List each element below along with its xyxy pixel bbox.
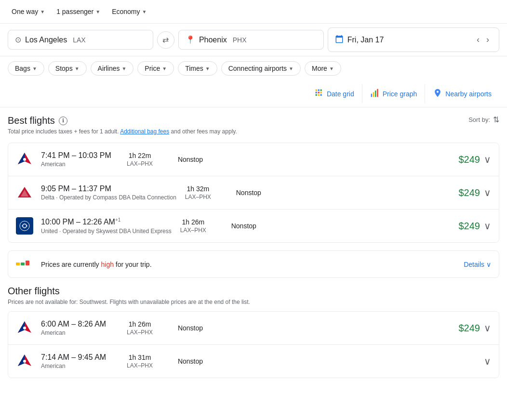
sort-icon[interactable]: ⇅: [493, 115, 499, 124]
airline-logo: [16, 217, 33, 235]
price-chevron: ▼: [162, 66, 167, 71]
flight-stops: Nonstop: [215, 222, 273, 230]
svg-rect-11: [375, 91, 376, 97]
info-icon[interactable]: ℹ: [59, 117, 67, 125]
price-graph-label: Price graph: [383, 90, 417, 98]
price-graph-button[interactable]: Price graph: [362, 84, 426, 103]
origin-field[interactable]: ⊙ Los Angeles LAX: [8, 30, 153, 50]
flight-price: $249 ∨: [459, 220, 492, 232]
date-grid-label: Date grid: [327, 90, 354, 98]
flight-stops: Nonstop: [161, 156, 219, 163]
svg-rect-0: [315, 90, 317, 91]
class-chevron: ▼: [142, 9, 147, 14]
flight-times: 6:00 AM – 8:26 AM American: [41, 320, 118, 336]
expand-icon[interactable]: ∨: [484, 355, 491, 367]
other-flights-container: 6:00 AM – 8:26 AM American 1h 26m LAX–PH…: [8, 311, 499, 378]
svg-rect-8: [320, 94, 321, 96]
flight-times: 7:14 AM – 9:45 AM American: [41, 353, 118, 369]
flight-stops: Nonstop: [220, 189, 278, 197]
price-alert-text: Prices are currently high for your trip.: [41, 261, 464, 268]
price-value: $249: [459, 221, 480, 232]
expand-icon[interactable]: ∨: [484, 322, 491, 334]
flight-price: ∨: [480, 355, 491, 367]
one-way-label: One way: [12, 8, 38, 15]
more-chevron: ▼: [329, 66, 334, 71]
flight-time-range: 7:41 PM – 10:03 PM: [41, 151, 118, 160]
other-flights-title: Other flights: [8, 286, 499, 297]
svg-rect-10: [373, 92, 374, 97]
bags-label: Bags: [15, 65, 30, 72]
times-chevron: ▼: [205, 66, 210, 71]
flight-duration: 1h 26m LAX–PHX: [118, 320, 161, 336]
class-selector[interactable]: Economy ▼: [108, 5, 150, 18]
nearby-airports-button[interactable]: Nearby airports: [425, 84, 499, 103]
svg-rect-5: [320, 92, 321, 93]
bags-filter[interactable]: Bags ▼: [8, 61, 44, 76]
date-field[interactable]: Fri, Jan 17 ‹ ›: [328, 27, 499, 52]
flight-airline: American: [41, 329, 118, 336]
price-graph-icon: [370, 88, 380, 99]
flight-row[interactable]: 10:00 PM – 12:26 AM+1 United · Operated …: [8, 210, 499, 242]
expand-icon[interactable]: ∨: [484, 187, 491, 198]
filter-bar: Bags ▼ Stops ▼ Airlines ▼ Price ▼ Times …: [0, 56, 507, 80]
bag-fees-link[interactable]: Additional bag fees: [120, 128, 169, 135]
svg-point-27: [23, 360, 26, 363]
flight-times: 9:05 PM – 11:37 PM Delta · Operated by C…: [41, 184, 176, 201]
price-label: Price: [145, 65, 160, 72]
stops-filter[interactable]: Stops ▼: [48, 61, 87, 76]
svg-rect-6: [315, 94, 317, 96]
flight-time-range: 10:00 PM – 12:26 AM+1: [41, 217, 172, 226]
best-flights-container: 7:41 PM – 10:03 PM American 1h 22m LAX–P…: [8, 143, 499, 243]
date-next-button[interactable]: ›: [483, 33, 492, 47]
airline-logo: [16, 319, 33, 337]
stops-label: Stops: [55, 65, 73, 72]
origin-icon: ⊙: [15, 35, 21, 44]
svg-rect-2: [320, 90, 321, 91]
main-content: Best flights ℹ Total price includes taxe…: [0, 107, 507, 394]
svg-rect-22: [21, 262, 25, 265]
svg-point-25: [23, 327, 26, 329]
flight-row[interactable]: 7:41 PM – 10:03 PM American 1h 22m LAX–P…: [8, 143, 499, 176]
svg-rect-21: [16, 262, 20, 265]
flight-times: 7:41 PM – 10:03 PM American: [41, 151, 118, 168]
price-filter[interactable]: Price ▼: [137, 61, 174, 76]
connecting-airports-label: Connecting airports: [228, 65, 287, 72]
more-label: More: [312, 65, 327, 72]
class-label: Economy: [112, 8, 140, 15]
price-alert-details-button[interactable]: Details ∨: [464, 261, 491, 268]
price-value: $249: [459, 154, 480, 165]
tools-bar: Date grid Price graph Nearby airports: [0, 80, 507, 107]
connecting-airports-filter[interactable]: Connecting airports ▼: [221, 61, 301, 76]
destination-code: PHX: [233, 36, 247, 44]
destination-field[interactable]: 📍 Phoenix PHX: [178, 30, 324, 50]
price-alert-icon: [16, 258, 35, 271]
date-prev-button[interactable]: ‹: [474, 33, 482, 47]
passengers-label: 1 passenger: [56, 8, 93, 15]
passengers-chevron: ▼: [95, 9, 100, 14]
flight-price: $249 ∨: [459, 187, 492, 198]
flight-duration: 1h 22m LAX–PHX: [118, 152, 161, 167]
flight-row[interactable]: 9:05 PM – 11:37 PM Delta · Operated by C…: [8, 176, 499, 210]
times-filter[interactable]: Times ▼: [178, 61, 217, 76]
nearby-airports-label: Nearby airports: [445, 90, 492, 98]
price-value: $249: [459, 187, 480, 198]
airline-logo: [16, 151, 33, 168]
flight-row[interactable]: 6:00 AM – 8:26 AM American 1h 26m LAX–PH…: [8, 312, 499, 345]
one-way-selector[interactable]: One way ▼: [8, 5, 49, 18]
date-grid-button[interactable]: Date grid: [307, 84, 362, 103]
passengers-selector[interactable]: 1 passenger ▼: [53, 5, 104, 18]
flight-airline: United · Operated by Skywest DBA United …: [41, 228, 172, 235]
expand-icon[interactable]: ∨: [484, 154, 491, 165]
flight-row[interactable]: 7:14 AM – 9:45 AM American 1h 31m LAX–PH…: [8, 345, 499, 378]
more-filter[interactable]: More ▼: [305, 61, 341, 76]
svg-rect-12: [377, 89, 378, 97]
swap-button[interactable]: ⇄: [157, 31, 174, 49]
svg-rect-4: [318, 92, 319, 93]
svg-rect-3: [315, 92, 317, 93]
flight-airline: American: [41, 363, 118, 369]
flight-duration: 1h 32m LAX–PHX: [176, 185, 220, 200]
expand-icon[interactable]: ∨: [484, 220, 491, 232]
price-alert-bar[interactable]: Prices are currently high for your trip.…: [8, 250, 499, 278]
airlines-filter[interactable]: Airlines ▼: [91, 61, 134, 76]
connecting-airports-chevron: ▼: [289, 66, 294, 71]
